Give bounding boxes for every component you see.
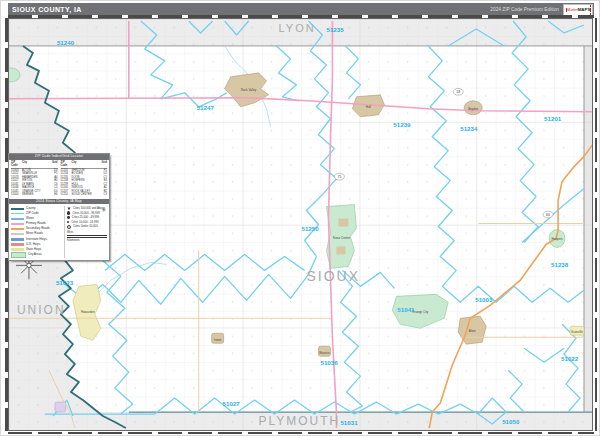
index-cell-grid: E6 xyxy=(52,193,58,197)
map-page: SIOUX COUNTY, IA 2024 ZIP Code Premium E… xyxy=(0,0,600,436)
col-grid: Grid xyxy=(52,161,58,168)
label-rock-valley: Rock Valley xyxy=(241,88,257,92)
label-maurice: Maurice xyxy=(319,351,330,355)
index-group-left: ZIP Code City Grid 51003 ALTON D4 51 xyxy=(11,161,58,197)
label-hospers: Hospers xyxy=(551,237,563,241)
col-zip: ZIP Code xyxy=(11,161,22,168)
legend-item-label: City Areas xyxy=(28,252,42,257)
zip-51240: 51240 xyxy=(57,39,75,46)
index-group-right: ZIP Code City Grid 51201 SHELDON F2 xyxy=(61,161,108,197)
city-dot-icon xyxy=(67,216,70,219)
swatch-city-area xyxy=(11,252,26,258)
swatch-county-line xyxy=(11,208,24,210)
city-dot-icon xyxy=(67,211,70,214)
scale-km-label: Kilometers xyxy=(67,239,107,242)
legend-compass-icon: ✳ xyxy=(101,206,106,213)
zip-51247: 51247 xyxy=(197,104,215,111)
scale-bar: Miles Kilometers xyxy=(67,231,107,243)
index-cell-grid: C3 xyxy=(101,193,107,197)
zip-51239: 51239 xyxy=(393,121,411,128)
col-city: City xyxy=(22,161,52,168)
index-cell-zip: 51250 xyxy=(61,193,72,197)
legend-cities-column: ✳ Cities 100,000 and Above Cities 50,000… xyxy=(64,206,107,258)
label-ireton: Ireton xyxy=(214,338,222,342)
logo-brand-market: Market xyxy=(567,8,577,12)
zip-51031: 51031 xyxy=(340,419,358,426)
publisher-logo: Market MAPS xyxy=(563,4,593,16)
city-dot-icon xyxy=(67,221,69,223)
legend-box: ZIP Code Index/Grid Locator ZIP Code Cit… xyxy=(8,153,110,261)
index-rows-right: 51201 SHELDON F2 51234 BOYDEN D2 51235 xyxy=(61,169,108,197)
swatch-interstate xyxy=(11,238,24,241)
index-row: 51250 SIOUX CENTER C3 xyxy=(61,193,108,197)
logo-brand-maps: MAPS xyxy=(578,7,591,12)
swatch-secondary-road xyxy=(11,228,24,230)
label-hawarden: Hawarden xyxy=(81,310,95,314)
shield-75: 75 xyxy=(337,175,341,179)
swatch-us-highway xyxy=(11,243,24,246)
legend-item-label: State Hwys. xyxy=(26,247,42,252)
index-header: ZIP Code City Grid xyxy=(11,161,58,169)
zip-index-table: ZIP Code City Grid 51003 ALTON D4 51 xyxy=(9,160,109,199)
shield-18: 18 xyxy=(456,90,460,94)
label-county-union: UNION xyxy=(17,303,66,317)
label-county-sioux: SIOUX xyxy=(306,268,359,284)
scale-miles-label: Miles xyxy=(67,231,107,234)
zip-51234: 51234 xyxy=(460,125,478,132)
zip-51238: 51238 xyxy=(551,261,569,268)
label-orange-city: Orange City xyxy=(412,310,428,314)
index-rows-left: 51003 ALTON D4 51022 GRANVILLE F5 51023 xyxy=(11,169,58,197)
label-alton: Alton xyxy=(469,329,476,333)
index-cell-city: REMSEN xyxy=(22,193,52,197)
swatch-zip-line xyxy=(11,213,24,215)
swatch-state-highway xyxy=(11,248,24,251)
legend-city-label: Cities Under 10,000 xyxy=(73,224,98,229)
logo-red-block xyxy=(590,5,591,15)
legend-city-item: Cities Under 10,000 xyxy=(67,224,107,229)
label-county-plymouth: PLYMOUTH xyxy=(259,414,341,428)
zip-51022: 51022 xyxy=(561,355,579,362)
col-city: City xyxy=(72,161,102,168)
col-zip: ZIP Code xyxy=(61,161,72,168)
legend-symbol-list: County ZIP Code Water Primary Roads Seco… xyxy=(11,206,64,258)
swatch-water-line xyxy=(11,218,24,220)
scale-miles-bar xyxy=(67,235,107,236)
index-header: ZIP Code City Grid xyxy=(61,161,108,169)
zip-51036: 51036 xyxy=(320,359,338,366)
label-county-lyon: LYON xyxy=(279,22,316,34)
index-cell-zip: 51050 xyxy=(11,193,22,197)
swatch-primary-road xyxy=(11,223,24,225)
zip-51201: 51201 xyxy=(544,115,562,122)
index-row: 51050 REMSEN E6 xyxy=(11,193,58,197)
legend-body: County ZIP Code Water Primary Roads Seco… xyxy=(9,204,109,260)
zip-51003: 51003 xyxy=(475,296,493,303)
frame-ticks-bottom xyxy=(8,432,594,435)
label-boyden: Boyden xyxy=(468,107,478,111)
col-grid: Grid xyxy=(101,161,107,168)
index-cell-city: SIOUX CENTER xyxy=(72,193,102,197)
label-sioux-center: Sioux Center xyxy=(333,236,350,240)
zip-51050: 51050 xyxy=(502,418,520,425)
zip-51027: 51027 xyxy=(223,400,241,407)
zip-51235: 51235 xyxy=(326,26,344,33)
shield-60: 60 xyxy=(546,213,550,217)
city-dot-icon xyxy=(67,225,71,229)
label-hull: Hull xyxy=(366,105,371,109)
legend-item: City Areas xyxy=(11,252,64,258)
frame-ticks-right xyxy=(595,18,598,431)
town-chatsworth xyxy=(55,402,66,412)
zip-51023: 51023 xyxy=(56,279,74,286)
label-granville: Granville xyxy=(571,330,583,334)
zip-51250: 51250 xyxy=(301,225,319,232)
swatch-minor-road xyxy=(11,233,24,235)
